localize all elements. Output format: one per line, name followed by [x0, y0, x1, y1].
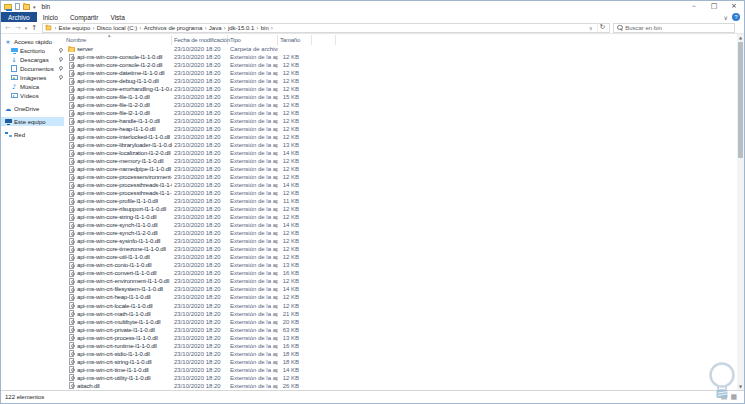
file-row[interactable]: api-ms-win-core-file-l1-2-0.dll23/10/202… — [64, 101, 744, 109]
file-name-cell: api-ms-win-crt-time-l1-1-0.dll — [64, 366, 172, 373]
file-row[interactable]: api-ms-win-core-synch-l1-2-0.dll23/10/20… — [64, 229, 744, 237]
file-name-cell: api-ms-win-crt-locale-l1-1-0.dll — [64, 302, 172, 309]
breadcrumb-item-este-equipo[interactable]: Este equipo — [58, 25, 92, 31]
file-row[interactable]: attach.dll23/10/2020 18:20Extensión de l… — [64, 382, 744, 390]
file-row[interactable]: api-ms-win-crt-process-l1-1-0.dll23/10/2… — [64, 334, 744, 342]
file-row[interactable]: api-ms-win-core-namedpipe-l1-1-0.dll23/1… — [64, 165, 744, 173]
file-row[interactable]: api-ms-win-core-file-l2-1-0.dll23/10/202… — [64, 109, 744, 117]
sidebar-item-videos[interactable]: Vídeos — [1, 91, 64, 100]
vertical-scrollbar[interactable]: ▲ ▼ — [737, 34, 744, 390]
customize-quick-access-chevron-icon[interactable]: ▾ — [33, 4, 36, 10]
thumbnails-view-icon[interactable]: ▦ — [730, 392, 737, 402]
file-row[interactable]: api-ms-win-crt-runtime-l1-1-0.dll23/10/2… — [64, 342, 744, 350]
file-row[interactable]: server23/10/2020 18:20Carpeta de archivo… — [64, 45, 744, 53]
sidebar-item-documentos[interactable]: Documentos — [1, 64, 64, 73]
scroll-up-icon[interactable]: ▲ — [739, 34, 742, 41]
sidebar-item-onedrive[interactable]: ☁OneDrive — [1, 104, 64, 113]
up-icon[interactable]: ↑ — [31, 23, 37, 33]
sidebar-item-este-equipo[interactable]: Este equipo — [1, 117, 64, 126]
file-name: api-ms-win-core-synch-l1-1-0.dll — [77, 222, 158, 228]
file-row[interactable]: api-ms-win-core-timezone-l1-1-0.dll23/10… — [64, 245, 744, 253]
minimize-button[interactable]: – — [684, 1, 704, 12]
details-view-icon[interactable]: ▤ — [721, 392, 728, 402]
file-row[interactable]: api-ms-win-core-synch-l1-1-0.dll23/10/20… — [64, 221, 744, 229]
file-row[interactable]: api-ms-win-core-heap-l1-1-0.dll23/10/202… — [64, 125, 744, 133]
file-row[interactable]: api-ms-win-core-processthreads-l1-1-0.dl… — [64, 181, 744, 189]
sidebar-item-red[interactable]: Red — [1, 130, 64, 139]
file-row[interactable]: api-ms-win-crt-environment-l1-1-0.dll23/… — [64, 277, 744, 285]
file-size-cell: 18 KB — [278, 359, 312, 365]
file-row[interactable]: api-ms-win-crt-math-l1-1-0.dll23/10/2020… — [64, 310, 744, 318]
file-name: api-ms-win-crt-utility-l1-1-0.dll — [77, 375, 150, 381]
file-row[interactable]: api-ms-win-crt-private-l1-1-0.dll23/10/2… — [64, 326, 744, 334]
expand-ribbon-icon[interactable]: ∨ — [724, 14, 728, 21]
breadcrumb-item-java[interactable]: Java — [208, 25, 223, 31]
sidebar-item-musica[interactable]: ♪Música — [1, 82, 64, 91]
file-row[interactable]: api-ms-win-core-file-l1-1-0.dll23/10/202… — [64, 93, 744, 101]
file-row[interactable]: api-ms-win-core-localization-l1-2-0.dll2… — [64, 149, 744, 157]
maximize-button[interactable]: □ — [704, 1, 724, 12]
file-row[interactable]: api-ms-win-core-libraryloader-l1-1-0.dll… — [64, 141, 744, 149]
file-row[interactable]: api-ms-win-crt-filesystem-l1-1-0.dll23/1… — [64, 285, 744, 293]
breadcrumb-item-bin[interactable]: bin — [260, 25, 270, 31]
back-icon[interactable]: ← — [5, 23, 11, 33]
refresh-icon[interactable]: ↻ — [597, 23, 607, 32]
sidebar-item-descargas[interactable]: ↓Descargas — [1, 55, 64, 64]
new-folder-icon[interactable] — [23, 4, 30, 10]
file-row[interactable]: api-ms-win-crt-multibyte-l1-1-0.dll23/10… — [64, 318, 744, 326]
file-row[interactable]: api-ms-win-core-rtlsupport-l1-1-0.dll23/… — [64, 205, 744, 213]
file-row[interactable]: api-ms-win-core-processenvironment-l1...… — [64, 173, 744, 181]
file-row[interactable]: api-ms-win-core-handle-l1-1-0.dll23/10/2… — [64, 117, 744, 125]
sidebar-item-imagenes[interactable]: Imágenes — [1, 73, 64, 82]
tab-archivo[interactable]: Archivo — [1, 12, 37, 22]
address-dropdown-icon[interactable]: ∨ — [587, 25, 595, 31]
file-row[interactable]: api-ms-win-core-console-l1-2-0.dll23/10/… — [64, 61, 744, 69]
file-size-cell: 15 KB — [278, 94, 312, 100]
file-row[interactable]: api-ms-win-crt-string-l1-1-0.dll23/10/20… — [64, 358, 744, 366]
help-icon[interactable]: ? — [732, 13, 740, 21]
breadcrumb-item-jdk-15-0-1[interactable]: jdk-15.0.1 — [227, 25, 255, 31]
search-box[interactable] — [613, 23, 735, 33]
file-row[interactable]: api-ms-win-crt-conio-l1-1-0.dll23/10/202… — [64, 261, 744, 269]
forward-icon[interactable]: → — [15, 23, 21, 33]
breadcrumb-item-disco-local-c[interactable]: Disco local (C:) — [96, 25, 139, 31]
scrollbar-thumb[interactable] — [738, 42, 743, 158]
file-name-cell: api-ms-win-core-console-l1-1-0.dll — [64, 54, 172, 61]
file-row[interactable]: api-ms-win-core-datetime-l1-1-0.dll23/10… — [64, 69, 744, 77]
file-row[interactable]: api-ms-win-core-debug-l1-1-0.dll23/10/20… — [64, 77, 744, 85]
breadcrumb-chevron-icon[interactable]: › — [270, 24, 274, 31]
properties-icon[interactable] — [15, 3, 20, 10]
file-row[interactable]: api-ms-win-core-memory-l1-1-0.dll23/10/2… — [64, 157, 744, 165]
file-row[interactable]: api-ms-win-core-sysinfo-l1-1-0.dll23/10/… — [64, 237, 744, 245]
sidebar-item-escritorio[interactable]: Escritorio — [1, 46, 64, 55]
column-header-tamano[interactable]: Tamaño — [278, 35, 312, 45]
search-input[interactable] — [625, 25, 731, 31]
breadcrumb-item-archivos-de-programa[interactable]: Archivos de programa — [143, 25, 204, 31]
file-row[interactable]: api-ms-win-core-profile-l1-1-0.dll23/10/… — [64, 197, 744, 205]
file-row[interactable]: api-ms-win-core-string-l1-1-0.dll23/10/2… — [64, 213, 744, 221]
tab-inicio[interactable]: Inicio — [37, 12, 64, 22]
file-row[interactable]: api-ms-win-crt-heap-l1-1-0.dll23/10/2020… — [64, 293, 744, 301]
scroll-down-icon[interactable]: ▼ — [739, 383, 742, 390]
sidebar-item-acceso-rapido[interactable]: ★Acceso rápido — [1, 37, 64, 46]
pin-icon — [58, 57, 63, 63]
file-row[interactable]: api-ms-win-core-errorhandling-l1-1-0.dll… — [64, 85, 744, 93]
file-type-cell: Extensión de la ap... — [228, 182, 278, 188]
file-row[interactable]: api-ms-win-core-interlocked-l1-1-0.dll23… — [64, 133, 744, 141]
file-row[interactable]: api-ms-win-crt-convert-l1-1-0.dll23/10/2… — [64, 269, 744, 277]
file-row[interactable]: api-ms-win-core-processthreads-l1-1-1.dl… — [64, 189, 744, 197]
file-row[interactable]: api-ms-win-crt-time-l1-1-0.dll23/10/2020… — [64, 366, 744, 374]
file-row[interactable]: api-ms-win-crt-locale-l1-1-0.dll23/10/20… — [64, 302, 744, 310]
file-row[interactable]: api-ms-win-crt-stdio-l1-1-0.dll23/10/202… — [64, 350, 744, 358]
file-row[interactable]: api-ms-win-crt-utility-l1-1-0.dll23/10/2… — [64, 374, 744, 382]
tab-vista[interactable]: Vista — [104, 12, 130, 22]
file-row[interactable]: api-ms-win-core-console-l1-1-0.dll23/10/… — [64, 53, 744, 61]
column-header-nombre[interactable]: Nombre▴ — [64, 35, 172, 45]
address-bar[interactable]: ›Este equipo›Disco local (C:)›Archivos d… — [42, 23, 610, 33]
recent-locations-icon[interactable]: ▾ — [25, 25, 28, 31]
column-header-tipo[interactable]: Tipo — [228, 35, 278, 45]
column-header-fecha-de-modificacion[interactable]: Fecha de modificación — [172, 35, 228, 45]
file-row[interactable]: api-ms-win-core-util-l1-1-0.dll23/10/202… — [64, 253, 744, 261]
close-button[interactable]: × — [724, 1, 744, 12]
tab-compartir[interactable]: Compartir — [64, 12, 105, 22]
